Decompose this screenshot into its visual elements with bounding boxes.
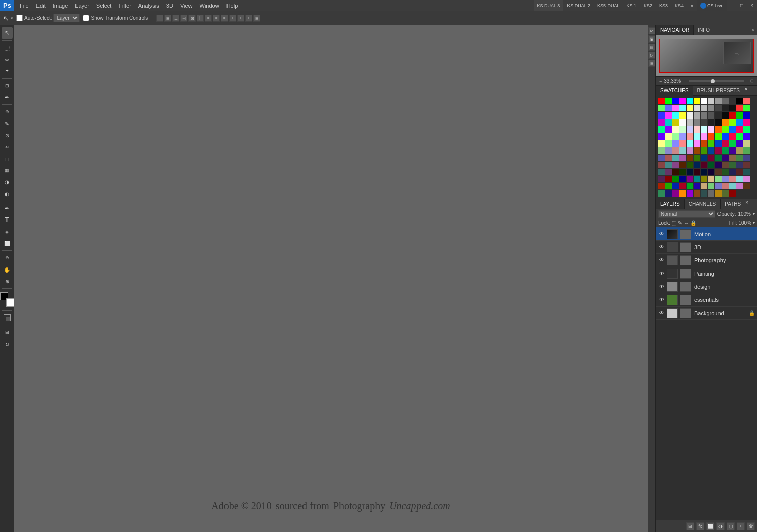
- delete-layer-btn[interactable]: 🗑: [747, 522, 755, 530]
- swatch-144[interactable]: [665, 176, 672, 182]
- tab-info[interactable]: INFO: [694, 25, 714, 35]
- swatch-91[interactable]: [658, 147, 665, 154]
- menu-view[interactable]: View: [177, 0, 196, 11]
- layer-visibility-0[interactable]: 👁: [658, 231, 665, 238]
- swatch-121[interactable]: [687, 162, 693, 168]
- swatch-84[interactable]: [701, 140, 707, 147]
- swatch-171[interactable]: [672, 190, 679, 197]
- menu-image[interactable]: Image: [49, 0, 72, 11]
- swatch-99[interactable]: [715, 147, 722, 154]
- menu-analysis[interactable]: Analysis: [135, 0, 163, 11]
- new-layer-btn[interactable]: +: [737, 522, 745, 530]
- align-vcenter-icon[interactable]: ⊞: [164, 15, 171, 22]
- swatch-16[interactable]: [679, 105, 686, 111]
- swatch-8[interactable]: [715, 98, 722, 104]
- workspace-ks3[interactable]: KS3: [656, 0, 671, 11]
- swatch-47[interactable]: [715, 119, 722, 126]
- swatch-162[interactable]: [701, 183, 707, 189]
- history-brush-tool-btn[interactable]: ↩: [2, 141, 13, 153]
- swatch-82[interactable]: [687, 140, 693, 147]
- swatch-95[interactable]: [687, 147, 693, 154]
- swatch-102[interactable]: [736, 147, 743, 154]
- layers-close[interactable]: ×: [745, 199, 748, 209]
- swatch-36[interactable]: [729, 112, 736, 119]
- swatch-1[interactable]: [665, 98, 672, 104]
- swatch-70[interactable]: [694, 133, 700, 140]
- zoom-tool-btn[interactable]: ⊕: [2, 276, 13, 287]
- healing-brush-tool-btn[interactable]: ⊕: [2, 106, 13, 118]
- swatch-56[interactable]: [687, 126, 693, 133]
- swatch-90[interactable]: [743, 140, 750, 147]
- swatch-172[interactable]: [679, 190, 686, 197]
- swatches-close[interactable]: ×: [744, 86, 747, 95]
- swatch-89[interactable]: [736, 140, 743, 147]
- lasso-tool-btn[interactable]: ∞: [2, 54, 13, 65]
- swatch-126[interactable]: [722, 162, 729, 168]
- swatch-29[interactable]: [679, 112, 686, 119]
- swatch-59[interactable]: [708, 126, 714, 133]
- navigator-thumbnail[interactable]: img: [659, 39, 754, 73]
- swatch-38[interactable]: [743, 112, 750, 119]
- swatch-173[interactable]: [687, 190, 693, 197]
- shape-tool-btn[interactable]: ⬜: [2, 238, 13, 249]
- swatch-74[interactable]: [722, 133, 729, 140]
- swatch-42[interactable]: [679, 119, 686, 126]
- auto-select-checkbox[interactable]: [16, 15, 23, 21]
- swatch-92[interactable]: [665, 147, 672, 154]
- workspace-ks2[interactable]: KS2: [640, 0, 656, 11]
- crop-tool-btn[interactable]: ⊡: [2, 80, 13, 91]
- tab-layers[interactable]: LAYERS: [656, 199, 685, 209]
- swatch-19[interactable]: [701, 105, 707, 111]
- swatch-130[interactable]: [658, 169, 665, 175]
- distribute-bottom-icon[interactable]: ≡: [221, 15, 228, 22]
- swatch-67[interactable]: [672, 133, 679, 140]
- swatch-96[interactable]: [694, 147, 700, 154]
- swatch-170[interactable]: [665, 190, 672, 197]
- swatch-135[interactable]: [694, 169, 700, 175]
- swatch-137[interactable]: [708, 169, 714, 175]
- swatch-80[interactable]: [672, 140, 679, 147]
- align-top-icon[interactable]: ⊤: [156, 15, 163, 22]
- layer-mask-btn[interactable]: ⬜: [706, 522, 714, 530]
- swatch-136[interactable]: [701, 169, 707, 175]
- layer-visibility-2[interactable]: 👁: [658, 257, 665, 264]
- swatch-46[interactable]: [708, 119, 714, 126]
- swatch-3[interactable]: [679, 98, 686, 104]
- gradient-tool-btn[interactable]: ▦: [2, 165, 13, 176]
- swatch-120[interactable]: [679, 162, 686, 168]
- swatch-128[interactable]: [736, 162, 743, 168]
- path-select-tool-btn[interactable]: ◈: [2, 226, 13, 237]
- align-right-icon[interactable]: ⊢: [197, 15, 204, 22]
- distribute-top-icon[interactable]: ≡: [205, 15, 212, 22]
- swatch-45[interactable]: [701, 119, 707, 126]
- panel-btn-2[interactable]: ▣: [648, 35, 655, 43]
- swatch-148[interactable]: [694, 176, 700, 182]
- tab-channels[interactable]: CHANNELS: [685, 199, 721, 209]
- swatch-77[interactable]: [743, 133, 750, 140]
- window-minimize[interactable]: _: [727, 0, 737, 11]
- distribute-left-icon[interactable]: ⋮: [229, 15, 236, 22]
- swatch-12[interactable]: [743, 98, 750, 104]
- swatch-113[interactable]: [722, 155, 729, 161]
- layer-style-btn[interactable]: fx: [696, 522, 704, 530]
- new-group-btn[interactable]: ▢: [727, 522, 735, 530]
- window-maximize[interactable]: □: [737, 0, 747, 11]
- swatch-103[interactable]: [743, 147, 750, 154]
- align-hcenter-icon[interactable]: ⊡: [188, 15, 196, 22]
- swatch-44[interactable]: [694, 119, 700, 126]
- menu-edit[interactable]: Edit: [32, 0, 49, 11]
- swatch-17[interactable]: [687, 105, 693, 111]
- swatch-24[interactable]: [736, 105, 743, 111]
- swatch-145[interactable]: [672, 176, 679, 182]
- swatch-62[interactable]: [729, 126, 736, 133]
- swatch-69[interactable]: [687, 133, 693, 140]
- swatch-25[interactable]: [743, 105, 750, 111]
- swatch-27[interactable]: [665, 112, 672, 119]
- swatch-39[interactable]: [658, 119, 665, 126]
- swatch-165[interactable]: [722, 183, 729, 189]
- swatch-51[interactable]: [743, 119, 750, 126]
- panel-btn-4[interactable]: ▷: [648, 52, 655, 59]
- swatch-94[interactable]: [679, 147, 686, 154]
- screen-mode-btn[interactable]: ⊞: [2, 327, 13, 338]
- swatch-116[interactable]: [743, 155, 750, 161]
